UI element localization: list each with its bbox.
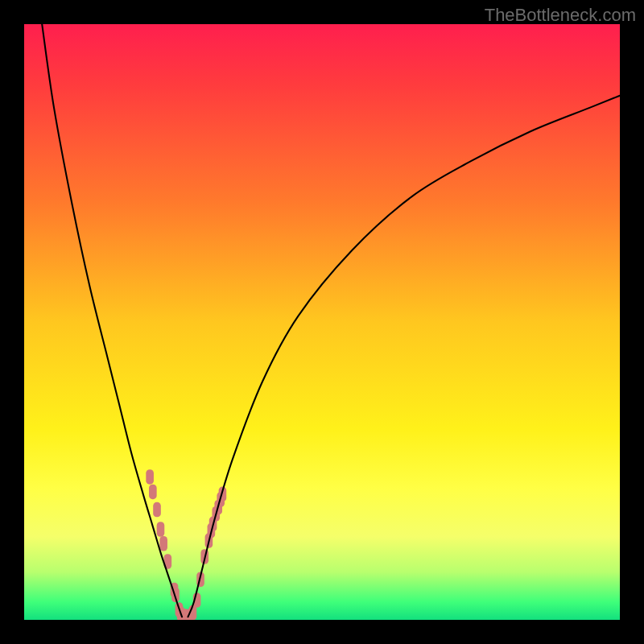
watermark-text: TheBottleneck.com [485, 5, 636, 26]
sample-marker [149, 485, 157, 500]
curve-layer [24, 24, 620, 620]
sample-marker [146, 469, 154, 485]
plot-area [24, 24, 620, 620]
sample-marker [159, 536, 167, 551]
sample-marker [157, 522, 165, 537]
sample-marker [153, 502, 161, 518]
chart-frame: TheBottleneck.com [0, 0, 644, 644]
right-branch-curve [188, 96, 621, 617]
